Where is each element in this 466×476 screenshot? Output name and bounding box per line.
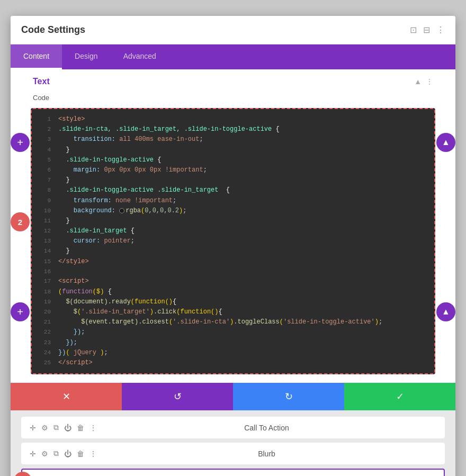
code-line-11: 11 }	[32, 216, 434, 226]
section-header: Text ▲ ⋮	[22, 69, 444, 92]
code-line-7: 7 }	[32, 175, 434, 185]
section-title: Text	[33, 77, 50, 86]
badge-2: 2	[11, 212, 30, 231]
cancel-button[interactable]: ✕	[11, 383, 122, 410]
confirm-button[interactable]: ✓	[344, 383, 455, 410]
code-line-8: 8 .slide-in-toggle-active .slide-in_targ…	[32, 185, 434, 195]
tabs-bar: Content Design Advanced	[11, 44, 455, 69]
power-icon-cta[interactable]: ⏻	[64, 424, 71, 432]
section-controls: ▲ ⋮	[414, 77, 433, 86]
module-icons-blurb: ✛ ⚙ ⧉ ⏻ 🗑 ⋮	[30, 449, 97, 458]
power-icon-blurb[interactable]: ⏻	[64, 450, 71, 458]
code-line-18: 18 (function($) {	[32, 287, 434, 297]
nav-arrow-up-top[interactable]: ▲	[436, 133, 455, 152]
more-icon[interactable]: ⋮	[436, 25, 445, 35]
redo-button[interactable]: ↻	[233, 383, 344, 410]
move-icon-cta[interactable]: ✛	[30, 424, 36, 432]
code-editor[interactable]: 1 <style> 2 .slide-in-cta, .slide-in_tar…	[32, 109, 434, 373]
code-line-25: 25 </script>	[32, 358, 434, 368]
bottom-section: ✛ ⚙ ⧉ ⏻ 🗑 ⋮ Call To Action ✛ ⚙ ⧉ ⏻ 🗑 ⋮ B…	[11, 410, 455, 476]
more-icon-blurb[interactable]: ⋮	[89, 450, 97, 458]
code-line-4: 4 }	[32, 145, 434, 155]
module-row-code[interactable]: ✛ ⚙ ⧉ ⏻ 🗑 ⋮ Code	[21, 469, 445, 476]
code-line-5: 5 .slide-in-toggle-active {	[32, 155, 434, 165]
code-line-21: 21 $(event.target).closest('.slide-in-ct…	[32, 317, 434, 327]
tab-design[interactable]: Design	[62, 44, 111, 69]
code-line-9: 9 transform: none !important;	[32, 196, 434, 206]
code-line-12: 12 .slide-in_target {	[32, 226, 434, 236]
modal-header: Code Settings ⊡ ⊟ ⋮	[11, 16, 455, 44]
trash-icon-cta[interactable]: 🗑	[77, 424, 84, 432]
collapse-icon[interactable]: ▲	[414, 77, 422, 86]
section-more-icon[interactable]: ⋮	[426, 77, 433, 86]
code-line-1: 1 <style>	[32, 114, 434, 124]
trash-icon-blurb[interactable]: 🗑	[77, 450, 84, 458]
code-line-20: 20 $('.slide-in_target').click(function(…	[32, 307, 434, 317]
module-name-blurb: Blurb	[97, 450, 436, 458]
code-row-wrapper: 1 ✛ ⚙ ⧉ ⏻ 🗑 ⋮ Code	[21, 469, 445, 476]
content-area: + ▲ + ▲ 2 Text ▲ ⋮ Code 1	[11, 69, 455, 410]
nav-add-btn-bot[interactable]: +	[11, 302, 30, 321]
module-row-cta[interactable]: ✛ ⚙ ⧉ ⏻ 🗑 ⋮ Call To Action	[21, 417, 445, 438]
code-editor-wrapper[interactable]: 1 <style> 2 .slide-in-cta, .slide-in_tar…	[31, 108, 435, 374]
undo-button[interactable]: ↺	[122, 383, 233, 410]
fullscreen-icon[interactable]: ⊡	[410, 25, 417, 35]
header-icons: ⊡ ⊟ ⋮	[410, 25, 445, 35]
code-line-2: 2 .slide-in-cta, .slide-in_target, .slid…	[32, 124, 434, 134]
module-row-blurb[interactable]: ✛ ⚙ ⧉ ⏻ 🗑 ⋮ Blurb	[21, 443, 445, 464]
tab-advanced[interactable]: Advanced	[111, 44, 169, 69]
code-line-24: 24 })( jQuery );	[32, 348, 434, 358]
code-section-wrapper: + ▲ + ▲ 2 Text ▲ ⋮ Code 1	[22, 69, 444, 374]
code-line-13: 13 cursor: pointer;	[32, 236, 434, 246]
columns-icon[interactable]: ⊟	[423, 25, 430, 35]
modal-title: Code Settings	[21, 24, 85, 35]
code-line-19: 19 $(document).ready(function(){	[32, 297, 434, 307]
code-line-15: 15 </style>	[32, 257, 434, 267]
action-bar: ✕ ↺ ↻ ✓	[11, 383, 455, 410]
code-line-10: 10 background: rgba(0,0,0,0.2);	[32, 206, 434, 216]
modal-container: Code Settings ⊡ ⊟ ⋮ Content Design Advan…	[11, 16, 455, 476]
nav-arrow-up-bot[interactable]: ▲	[436, 302, 455, 321]
settings-icon-blurb[interactable]: ⚙	[41, 450, 48, 458]
code-line-22: 22 });	[32, 327, 434, 337]
settings-icon-cta[interactable]: ⚙	[41, 424, 48, 432]
duplicate-icon-cta[interactable]: ⧉	[53, 423, 59, 432]
nav-add-btn-top[interactable]: +	[11, 133, 30, 152]
tab-content[interactable]: Content	[11, 44, 62, 69]
code-line-6: 6 margin: 0px 0px 0px 0px !important;	[32, 165, 434, 175]
code-line-23: 23 });	[32, 338, 434, 348]
module-name-cta: Call To Action	[97, 424, 436, 432]
code-line-3: 3 transition: all 400ms ease-in-out;	[32, 134, 434, 145]
module-icons-cta: ✛ ⚙ ⧉ ⏻ 🗑 ⋮	[30, 423, 97, 432]
move-icon-blurb[interactable]: ✛	[30, 450, 36, 458]
code-line-16: 16	[32, 267, 434, 277]
code-line-14: 14 }	[32, 246, 434, 256]
code-label: Code	[22, 92, 444, 106]
duplicate-icon-blurb[interactable]: ⧉	[53, 449, 59, 458]
code-line-17: 17 <script>	[32, 276, 434, 286]
more-icon-cta[interactable]: ⋮	[89, 424, 97, 432]
